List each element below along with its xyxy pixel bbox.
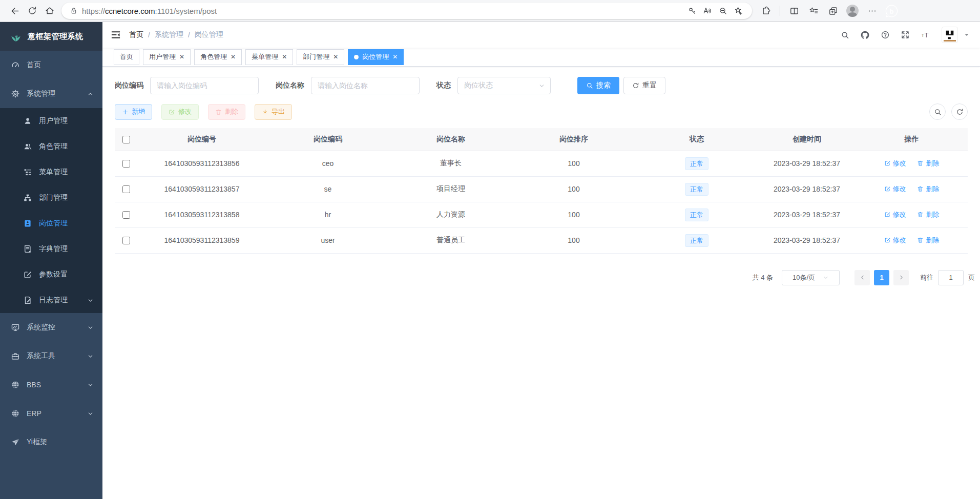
row-checkbox[interactable]	[122, 237, 130, 244]
page-size-select[interactable]: 10条/页	[782, 270, 840, 285]
current-page-button[interactable]: 1	[874, 270, 889, 285]
row-delete-link[interactable]: 删除	[917, 210, 939, 219]
font-size-icon	[921, 30, 931, 40]
edit-icon	[884, 237, 891, 243]
address-bar[interactable]: https://ccnetcore.com:1101/system/post	[61, 3, 752, 19]
tab-posts-active[interactable]: 岗位管理✕	[348, 49, 404, 65]
status-badge: 正常	[685, 234, 708, 247]
read-aloud-button[interactable]	[700, 4, 715, 18]
header-search-button[interactable]	[841, 31, 849, 39]
help-button[interactable]	[881, 30, 890, 39]
tab-label: 首页	[120, 52, 133, 61]
sidebar-item-label: 系统监控	[27, 323, 55, 332]
export-button[interactable]: 导出	[255, 104, 292, 120]
favorites-button[interactable]	[805, 3, 822, 19]
row-checkbox[interactable]	[122, 185, 130, 193]
browser-home-button[interactable]	[41, 3, 58, 19]
add-button[interactable]: 新增	[115, 104, 152, 120]
post-code-input[interactable]	[150, 77, 259, 94]
sidebar-item-monitor[interactable]: 系统监控	[0, 313, 102, 342]
row-edit-link[interactable]: 修改	[884, 210, 906, 219]
search-button[interactable]: 搜索	[577, 77, 619, 94]
sidebar-logo[interactable]: 意框架管理系统	[0, 22, 102, 51]
sidebar-item-system[interactable]: 系统管理	[0, 79, 102, 108]
toggle-search-button[interactable]	[929, 103, 946, 120]
chevron-down-icon	[87, 297, 94, 304]
sidebar-item-dict[interactable]: 字典管理	[0, 236, 102, 262]
add-favorite-button[interactable]	[731, 4, 746, 18]
goto-page-input[interactable]	[938, 270, 964, 285]
col-post-code: 岗位编码	[266, 128, 389, 151]
sidebar-item-logs[interactable]: 日志管理	[0, 287, 102, 313]
close-icon[interactable]: ✕	[231, 54, 236, 60]
row-checkbox[interactable]	[122, 211, 130, 219]
browser-settings-button[interactable]	[863, 3, 881, 19]
row-edit-link[interactable]: 修改	[884, 159, 906, 168]
sidebar-item-menus[interactable]: 菜单管理	[0, 159, 102, 185]
post-name-input[interactable]	[311, 77, 420, 94]
row-delete-link[interactable]: 删除	[917, 236, 939, 245]
collections-button[interactable]	[824, 3, 842, 19]
breadcrumb-home[interactable]: 首页	[129, 30, 143, 39]
browser-profile-button[interactable]	[844, 3, 861, 19]
user-menu-caret[interactable]	[963, 31, 971, 39]
sidebar-item-departments[interactable]: 部门管理	[0, 185, 102, 211]
col-actions: 操作	[856, 128, 968, 151]
sidebar-item-posts[interactable]: 岗位管理	[0, 211, 102, 236]
sidebar-item-home[interactable]: 首页	[0, 51, 102, 79]
close-icon[interactable]: ✕	[392, 54, 398, 60]
font-size-button[interactable]	[921, 30, 931, 40]
password-key-button[interactable]	[684, 4, 700, 18]
extensions-button[interactable]	[757, 3, 775, 19]
github-link[interactable]	[860, 30, 870, 40]
sidebar-item-label: 日志管理	[39, 296, 68, 305]
reset-button[interactable]: 重置	[623, 77, 665, 94]
site-info-lock-icon[interactable]	[70, 7, 78, 15]
refresh-table-button[interactable]	[951, 103, 968, 120]
sidebar-item-yiframe[interactable]: Yi框架	[0, 428, 102, 456]
sidebar-item-erp[interactable]: ERP	[0, 399, 102, 428]
table-row: 1641030593112313856 ceo 董事长 100 正常 2023-…	[115, 151, 968, 176]
active-tab-dot	[354, 55, 359, 59]
close-icon[interactable]: ✕	[179, 54, 184, 60]
status-select[interactable]: 岗位状态	[457, 77, 551, 94]
user-avatar[interactable]	[942, 27, 958, 43]
sidebar-item-params[interactable]: 参数设置	[0, 262, 102, 287]
delete-button-disabled[interactable]: 删除	[208, 104, 245, 120]
app-title: 意框架管理系统	[28, 32, 84, 41]
tags-view: 首页 用户管理✕ 角色管理✕ 菜单管理✕ 部门管理✕ 岗位管理✕	[102, 48, 980, 67]
sidebar-item-bbs[interactable]: BBS	[0, 370, 102, 399]
select-all-checkbox[interactable]	[122, 136, 130, 143]
zoom-out-button[interactable]	[715, 4, 731, 18]
bing-chat-button[interactable]	[883, 3, 900, 19]
status-select-placeholder: 岗位状态	[464, 81, 493, 90]
breadcrumb-system[interactable]: 系统管理	[155, 30, 183, 39]
profile-avatar	[846, 5, 859, 17]
sidebar-item-tools[interactable]: 系统工具	[0, 342, 102, 370]
star-plus-icon	[734, 6, 743, 15]
tab-home[interactable]: 首页	[114, 49, 139, 65]
browser-refresh-button[interactable]	[24, 3, 41, 19]
table-row: 1641030593112313858 hr 人力资源 100 正常 2023-…	[115, 202, 968, 227]
row-delete-link[interactable]: 删除	[917, 159, 939, 168]
prev-page-button[interactable]	[854, 270, 870, 285]
split-screen-button[interactable]	[785, 3, 803, 19]
tab-roles[interactable]: 角色管理✕	[194, 49, 242, 65]
browser-back-button[interactable]	[6, 3, 24, 19]
next-page-button[interactable]	[893, 270, 909, 285]
cell-post-name: 人力资源	[389, 202, 512, 227]
row-checkbox[interactable]	[122, 160, 130, 168]
close-icon[interactable]: ✕	[333, 54, 338, 60]
fullscreen-button[interactable]	[901, 30, 910, 39]
row-edit-link[interactable]: 修改	[884, 184, 906, 194]
close-icon[interactable]: ✕	[282, 54, 287, 60]
row-delete-link[interactable]: 删除	[917, 184, 939, 194]
sidebar-item-roles[interactable]: 角色管理	[0, 134, 102, 159]
tab-users[interactable]: 用户管理✕	[143, 49, 191, 65]
sidebar-item-users[interactable]: 用户管理	[0, 108, 102, 134]
sidebar-collapse-button[interactable]	[111, 30, 121, 40]
tab-menus[interactable]: 菜单管理✕	[245, 49, 293, 65]
edit-button-disabled[interactable]: 修改	[161, 104, 199, 120]
row-edit-link[interactable]: 修改	[884, 236, 906, 245]
tab-departments[interactable]: 部门管理✕	[297, 49, 344, 65]
